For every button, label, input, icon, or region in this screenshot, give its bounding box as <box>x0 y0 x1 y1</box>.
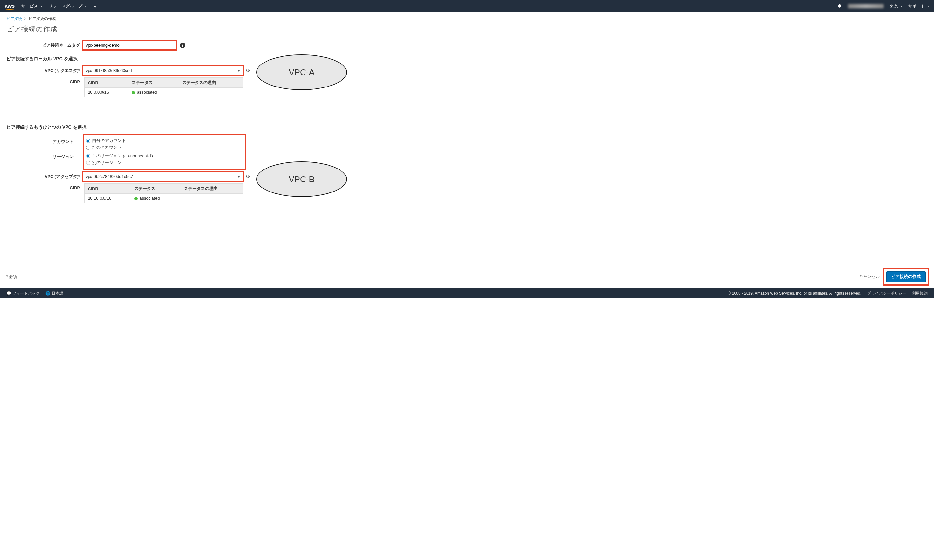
terms-link[interactable]: 利用規約 <box>912 291 928 296</box>
requester-section-header: ピア接続するローカル VPC を選択 <box>6 56 928 62</box>
breadcrumb: ピア接続 > ピア接続の作成 <box>6 16 928 22</box>
required-note: * 必須 <box>6 274 17 280</box>
create-button[interactable]: ピア接続の作成 <box>886 271 926 282</box>
radio-this-region[interactable]: このリージョン (ap-northeast-1) <box>86 153 153 159</box>
radio-icon <box>86 146 90 150</box>
cancel-button[interactable]: キャンセル <box>859 274 880 280</box>
refresh-icon[interactable]: ⟳ <box>245 173 251 179</box>
th-status: ステータス <box>128 78 179 88</box>
accepter-cidr-table: CIDR ステータス ステータスの理由 10.10.0.0/16 associa… <box>84 183 243 203</box>
page-title: ピア接続の作成 <box>6 24 928 34</box>
aws-logo: aws <box>5 3 15 9</box>
notifications-icon[interactable] <box>837 3 842 9</box>
requester-vpc-select[interactable]: vpc-0914f8a3d39c60ced <box>83 66 243 75</box>
privacy-link[interactable]: プライバシーポリシー <box>867 291 906 296</box>
feedback-link[interactable]: 💬 フィードバック <box>6 291 40 296</box>
radio-other-region[interactable]: 別のリージョン <box>86 160 153 166</box>
radio-icon <box>86 161 90 165</box>
reason-cell <box>180 194 243 203</box>
table-row: 10.0.0.0/16 associated <box>85 88 243 97</box>
callout-vpc-b: VPC-B <box>256 162 347 197</box>
name-tag-input[interactable] <box>83 40 176 49</box>
radio-icon <box>86 139 90 143</box>
th-status-reason: ステータスの理由 <box>179 78 243 88</box>
requester-cidr-label: CIDR <box>6 79 83 84</box>
table-row: 10.10.0.0/16 associated <box>85 194 243 203</box>
requester-vpc-value: vpc-0914f8a3d39c60ced <box>86 68 237 73</box>
nav-resource-groups[interactable]: リソースグループ <box>49 3 86 9</box>
callout-vpc-a: VPC-A <box>256 54 347 90</box>
nav-support[interactable]: サポート <box>908 3 929 9</box>
breadcrumb-current: ピア接続の作成 <box>29 17 56 21</box>
accepter-vpc-select[interactable]: vpc-0b2c784820dd1d5c7 <box>83 172 243 181</box>
th-status: ステータス <box>131 184 180 194</box>
requester-vpc-label: VPC (リクエスタ)* <box>6 66 83 74</box>
cidr-cell: 10.10.0.0/16 <box>85 194 131 203</box>
accepter-cidr-label: CIDR <box>6 185 83 190</box>
main-content: ピア接続 > ピア接続の作成 ピア接続の作成 ピア接続ネームタグ i ピア接続す… <box>0 12 934 252</box>
radio-other-account[interactable]: 別のアカウント <box>86 145 126 150</box>
account-label: アカウント <box>0 137 76 145</box>
top-navigation: aws サービス リソースグループ ★ 東京 サポート <box>0 0 934 12</box>
accepter-section-header: ピア接続するもうひとつの VPC を選択 <box>6 125 928 130</box>
radio-icon <box>86 154 90 158</box>
accepter-vpc-value: vpc-0b2c784820dd1d5c7 <box>86 174 237 179</box>
status-dot-icon <box>132 91 135 94</box>
copyright: © 2008 - 2019, Amazon Web Services, Inc.… <box>728 291 862 295</box>
footer: 💬 フィードバック 🌐 日本語 © 2008 - 2019, Amazon We… <box>0 288 934 298</box>
th-status-reason: ステータスの理由 <box>180 184 243 194</box>
chevron-down-icon <box>237 174 240 179</box>
info-icon[interactable]: i <box>180 43 185 48</box>
th-cidr: CIDR <box>85 78 129 88</box>
nav-services[interactable]: サービス <box>21 3 42 9</box>
name-tag-label: ピア接続ネームタグ <box>6 40 83 48</box>
region-label: リージョン <box>0 152 76 160</box>
chevron-down-icon <box>237 68 240 73</box>
th-cidr: CIDR <box>85 184 131 194</box>
breadcrumb-parent[interactable]: ピア接続 <box>6 17 22 21</box>
radio-my-account[interactable]: 自分のアカウント <box>86 138 126 143</box>
action-bar: * 必須 キャンセル ピア接続の作成 <box>0 265 934 288</box>
accepter-vpc-label: VPC (アクセプタ)* <box>6 172 83 180</box>
status-cell: associated <box>128 88 179 97</box>
account-name-blurred[interactable] <box>848 4 884 8</box>
nav-region[interactable]: 東京 <box>889 3 902 9</box>
status-dot-icon <box>134 197 137 200</box>
requester-cidr-table: CIDR ステータス ステータスの理由 10.0.0.0/16 associat… <box>84 77 243 97</box>
pin-icon[interactable]: ★ <box>93 4 97 9</box>
cidr-cell: 10.0.0.0/16 <box>85 88 129 97</box>
reason-cell <box>179 88 243 97</box>
status-cell: associated <box>131 194 180 203</box>
language-selector[interactable]: 🌐 日本語 <box>45 291 63 296</box>
refresh-icon[interactable]: ⟳ <box>245 68 251 73</box>
